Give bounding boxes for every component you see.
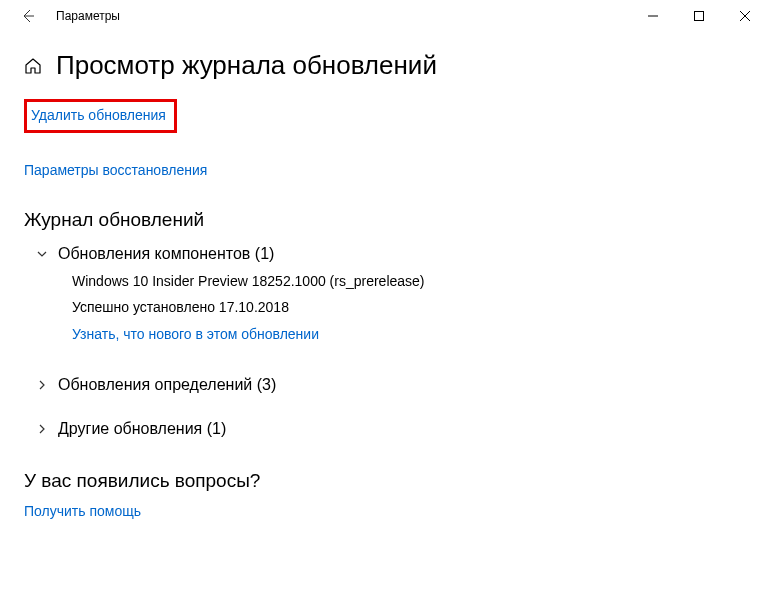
uninstall-updates-link[interactable]: Удалить обновления	[31, 107, 166, 123]
page-header: Просмотр журнала обновлений	[0, 32, 768, 89]
window-title: Параметры	[56, 9, 630, 23]
page-title: Просмотр журнала обновлений	[56, 50, 437, 81]
section-label: Другие обновления (1)	[58, 420, 226, 438]
history-heading: Журнал обновлений	[24, 209, 744, 231]
titlebar: Параметры	[0, 0, 768, 32]
recovery-options-link[interactable]: Параметры восстановления	[24, 162, 207, 178]
chevron-down-icon	[34, 248, 50, 260]
update-title: Windows 10 Insider Preview 18252.1000 (r…	[72, 273, 744, 289]
section-other-updates[interactable]: Другие обновления (1)	[34, 416, 744, 442]
minimize-icon	[648, 11, 658, 21]
help-heading: У вас появились вопросы?	[24, 470, 744, 492]
content-area: Удалить обновления Параметры восстановле…	[0, 89, 768, 520]
section-feature-updates[interactable]: Обновления компонентов (1)	[34, 241, 744, 267]
chevron-right-icon	[34, 423, 50, 435]
svg-rect-0	[695, 12, 704, 21]
window-controls	[630, 0, 768, 32]
section-definition-updates[interactable]: Обновления определений (3)	[34, 372, 744, 398]
chevron-right-icon	[34, 379, 50, 391]
back-button[interactable]	[8, 0, 48, 32]
uninstall-highlight: Удалить обновления	[24, 99, 177, 133]
update-item-details: Windows 10 Insider Preview 18252.1000 (r…	[72, 267, 744, 354]
maximize-icon	[694, 11, 704, 21]
home-icon[interactable]	[24, 57, 42, 75]
minimize-button[interactable]	[630, 0, 676, 32]
section-label: Обновления определений (3)	[58, 376, 276, 394]
whats-new-link[interactable]: Узнать, что нового в этом обновлении	[72, 326, 319, 342]
section-label: Обновления компонентов (1)	[58, 245, 274, 263]
maximize-button[interactable]	[676, 0, 722, 32]
update-status: Успешно установлено 17.10.2018	[72, 299, 744, 315]
get-help-link[interactable]: Получить помощь	[24, 503, 141, 519]
close-icon	[740, 11, 750, 21]
close-button[interactable]	[722, 0, 768, 32]
back-arrow-icon	[20, 8, 36, 24]
